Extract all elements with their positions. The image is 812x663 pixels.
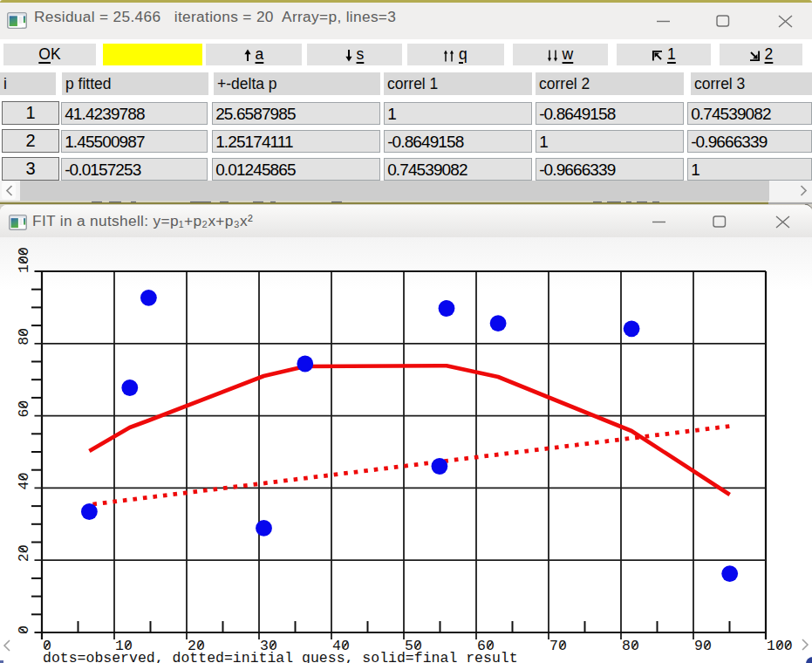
svg-text:100: 100 [16, 247, 32, 273]
svg-text:20: 20 [16, 544, 32, 562]
svg-text:0: 0 [16, 625, 32, 634]
svg-text:80: 80 [16, 328, 32, 345]
svg-text:90: 90 [694, 638, 712, 654]
svg-text:70: 70 [549, 638, 567, 654]
svg-text:80: 80 [622, 638, 639, 654]
svg-text:40: 40 [16, 473, 32, 490]
svg-text:60: 60 [16, 400, 32, 418]
svg-text:dots=observed, dotted=initial: dots=observed, dotted=initial guess, sol… [43, 650, 518, 663]
